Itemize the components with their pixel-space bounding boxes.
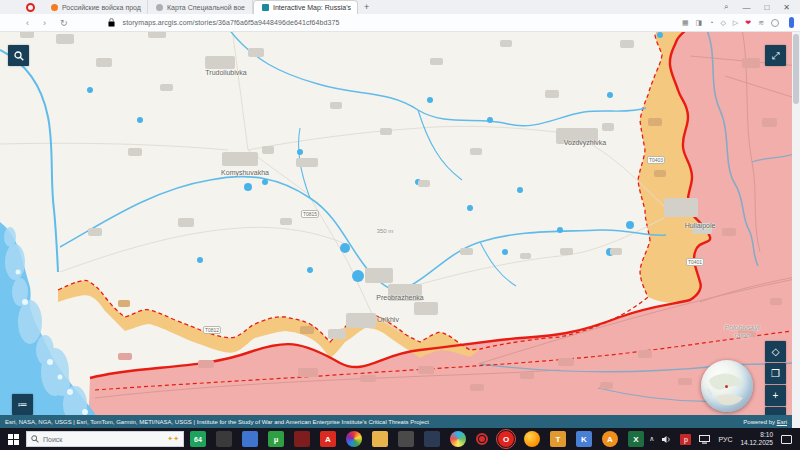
opera-logo-icon[interactable] <box>26 3 35 12</box>
town-label: Vozdvyzhivka <box>564 139 606 146</box>
back-button[interactable]: ‹ <box>26 18 29 28</box>
forward-button[interactable]: › <box>43 18 46 28</box>
volume-icon[interactable] <box>662 435 672 444</box>
language-indicator[interactable]: РУС <box>718 436 732 443</box>
tray-date: 14.12.2025 <box>740 439 773 447</box>
network-icon[interactable] <box>699 435 710 444</box>
app-64[interactable]: 64 <box>190 431 206 447</box>
map-search-button[interactable] <box>8 45 29 66</box>
copilot-sparkle-icon: ✦✦ <box>167 435 179 443</box>
extension-play-icon[interactable]: ▷ <box>733 19 738 27</box>
globe-location-dot <box>725 385 728 388</box>
extension-sync-icon[interactable]: ≋ <box>758 19 764 27</box>
extension-grid-icon[interactable]: ▦ <box>682 19 689 27</box>
app-firefox[interactable] <box>524 431 540 447</box>
app-excel[interactable]: X <box>628 431 644 447</box>
sidebar-toggle[interactable] <box>789 17 794 28</box>
map-overview-button[interactable]: ❐ <box>765 363 786 384</box>
tray-time: 8:10 <box>740 431 773 439</box>
tab-title: Interactive Map: Russia's <box>273 4 351 11</box>
interactive-war-map[interactable]: Trudoliubivka Komyshuvakha Vozdvyzhivka … <box>0 32 792 428</box>
globe-site-icon <box>156 4 163 11</box>
notifications-icon[interactable] <box>781 435 792 444</box>
map-legend-button[interactable]: ≔ <box>12 394 33 415</box>
tray-red-app-icon[interactable]: р <box>680 434 691 445</box>
taskbar-search-input[interactable]: Поиск ✦✦ <box>26 431 184 447</box>
map-expand-button[interactable]: ⤢ <box>765 45 786 66</box>
app-k[interactable]: K <box>576 431 592 447</box>
app-darkred[interactable] <box>294 431 310 447</box>
tab-title: Карта Специальной вое <box>167 4 245 11</box>
app-editor[interactable] <box>424 431 440 447</box>
route-shield: T0812 <box>203 326 221 334</box>
app-utorrent[interactable]: µ <box>268 431 284 447</box>
desktop: Российские войска прод Карта Специальной… <box>0 0 800 450</box>
tray-chevron-icon[interactable]: ∧ <box>649 435 654 443</box>
app-sphere[interactable] <box>450 431 466 447</box>
maximize-button[interactable]: □ <box>764 3 769 12</box>
start-button[interactable] <box>0 434 26 445</box>
windows-taskbar: Поиск ✦✦ 64 µ A O T K A X ∧ р <box>0 428 800 450</box>
search-placeholder: Поиск <box>43 436 62 443</box>
extension-shield-icon[interactable]: ◇ <box>720 19 725 27</box>
reload-button[interactable]: ↻ <box>60 18 68 28</box>
search-icon <box>31 435 39 443</box>
map-zoom-in-button[interactable]: + <box>765 385 786 406</box>
town-label: Trudoliubivka <box>205 69 246 76</box>
app-camera[interactable] <box>398 431 414 447</box>
system-tray: ∧ р РУС 8:10 14.12.2025 <box>649 431 800 447</box>
town-label: Orikhiv <box>377 316 399 323</box>
app-paint[interactable] <box>346 431 362 447</box>
globe-inset[interactable] <box>701 360 753 412</box>
extensions-area: ▦ ◨ ◔ ◇ ▷ ❤ ≋ <box>682 17 800 28</box>
profile-avatar[interactable] <box>771 19 779 27</box>
extension-heart-icon[interactable]: ❤ <box>745 19 751 27</box>
extension-note-icon[interactable]: ◨ <box>696 19 703 27</box>
news-site-icon <box>51 4 58 11</box>
tab-search-icon[interactable]: ⌕ <box>724 2 728 12</box>
lock-icon[interactable] <box>108 18 115 27</box>
tab-news-site[interactable]: Российские войска прод <box>43 0 148 14</box>
town-label: Huliaipole <box>685 222 716 229</box>
tab-title: Российские войска прод <box>62 4 141 11</box>
route-shield: T0403 <box>647 156 665 164</box>
app-opera[interactable]: O <box>498 431 514 447</box>
map-canvas <box>0 32 792 428</box>
powered-by: Powered by Esri <box>743 419 787 425</box>
attribution-text: Esri, NASA, NGA, USGS | Esri, TomTom, Ga… <box>5 419 429 425</box>
new-tab-button[interactable]: + <box>364 2 369 12</box>
close-button[interactable]: ✕ <box>783 3 790 12</box>
town-label: Komyshuvakha <box>221 169 269 176</box>
map-attribution-bar: Esri, NASA, NGA, USGS | Esri, TomTom, Ga… <box>0 415 792 428</box>
url-field[interactable]: storymaps.arcgis.com/stories/36a7f6a6f5a… <box>123 19 340 26</box>
app-t[interactable]: T <box>550 431 566 447</box>
route-shield: T0401 <box>686 258 704 266</box>
page-scrollbar[interactable] <box>792 32 800 428</box>
esri-link[interactable]: Esri <box>777 419 787 425</box>
district-label: Polohivskyi raion <box>716 324 768 339</box>
tab-map-site[interactable]: Карта Специальной вое <box>148 0 253 14</box>
search-icon <box>14 51 24 61</box>
scrollbar-thumb[interactable] <box>793 34 799 104</box>
app-tools[interactable] <box>216 431 232 447</box>
extension-clock-icon[interactable]: ◔ <box>709 19 713 26</box>
browser-toolbar: ‹ › ↻ storymaps.arcgis.com/stories/36a7f… <box>0 14 800 32</box>
minimize-button[interactable]: — <box>742 3 750 12</box>
route-shield: T0815 <box>301 210 319 218</box>
app-aimp[interactable]: A <box>602 431 618 447</box>
map-locate-button[interactable]: ◇ <box>765 341 786 362</box>
taskbar-clock[interactable]: 8:10 14.12.2025 <box>740 431 773 447</box>
town-label: Preobrazhenka <box>376 294 423 301</box>
record-dot-icon <box>479 436 485 442</box>
app-folder[interactable] <box>372 431 388 447</box>
storymap-site-icon <box>262 4 269 11</box>
elevation-label: 350 m <box>377 228 394 234</box>
windows-logo-icon <box>8 434 19 445</box>
app-record[interactable] <box>476 433 488 445</box>
app-mail[interactable] <box>242 431 258 447</box>
tab-close-icon[interactable]: ✕ <box>357 4 358 11</box>
app-acrobat[interactable]: A <box>320 431 336 447</box>
tab-interactive-map[interactable]: Interactive Map: Russia's ✕ <box>253 0 358 14</box>
taskbar-apps: 64 µ A O T K A X <box>190 431 644 447</box>
browser-titlebar: Российские войска прод Карта Специальной… <box>0 0 800 14</box>
